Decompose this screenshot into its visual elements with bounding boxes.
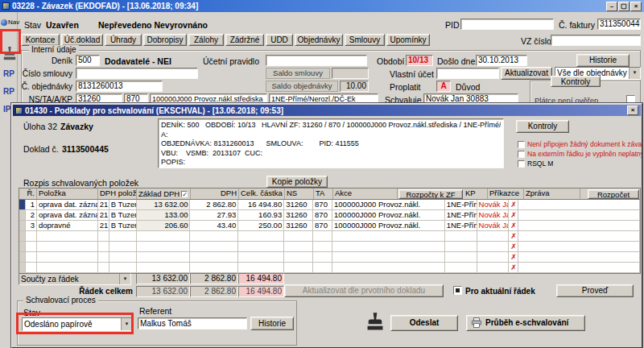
- cell-zaklad[interactable]: 133.00: [137, 210, 191, 221]
- cell-prikazce[interactable]: [477, 231, 510, 242]
- tab-zalohy[interactable]: Zálohy: [188, 34, 224, 46]
- col-header-dph[interactable]: DPH: [191, 188, 239, 199]
- cell-celk[interactable]: [238, 242, 284, 252]
- faktura-field[interactable]: 3113500445: [597, 19, 641, 30]
- row-marker[interactable]: [19, 210, 26, 221]
- table-row[interactable]: 1 oprava dat. záznam 21 B Tuzem 13 632.0…: [19, 200, 640, 210]
- cell-sazba[interactable]: [98, 231, 109, 242]
- cell-akce[interactable]: 100000J000 Provoz.nákl.: [332, 200, 445, 210]
- cell-polozka[interactable]: oprava dat. záznam: [37, 210, 98, 221]
- cell-zprava[interactable]: [518, 210, 640, 221]
- referent-field[interactable]: Malkus Tomáš: [138, 317, 247, 329]
- zaklad-checkbox[interactable]: ✓: [181, 191, 188, 197]
- cell-ns[interactable]: [284, 263, 313, 273]
- sidebar-item-nav[interactable]: Nav: [1, 19, 19, 26]
- cell-zaklad[interactable]: 206.60: [137, 221, 191, 231]
- cell-dph[interactable]: [190, 263, 238, 273]
- cell-akce[interactable]: 100000J000 Provoz.nákl.: [332, 221, 445, 231]
- cell-ta[interactable]: 870: [313, 221, 332, 231]
- cell-typ[interactable]: B Tuzem: [109, 200, 137, 210]
- cell-akce[interactable]: 100000J000 Provoz.nákl.: [332, 210, 445, 221]
- soucty-combo[interactable]: Součty za řádek ▼: [19, 273, 131, 285]
- tab-uc-doklad[interactable]: Úč.doklad: [61, 34, 103, 46]
- obdobi-field[interactable]: 10/13: [406, 55, 433, 66]
- cell-kp[interactable]: 1NE-Přín: [445, 221, 477, 231]
- col-header-prikazce[interactable]: Příkazce: [488, 188, 524, 199]
- tab-upominky[interactable]: Upomínky: [386, 34, 430, 46]
- cell-dph[interactable]: 27.93: [190, 210, 238, 221]
- rozpocty-k-zf-button[interactable]: Rozpočty k ZF: [398, 189, 463, 199]
- maximize-icon[interactable]: ▢: [618, 2, 630, 11]
- cell-celk[interactable]: 160.93: [238, 210, 284, 221]
- kontroly-button-back[interactable]: Kontroly: [551, 76, 601, 87]
- cell-ta[interactable]: [313, 231, 332, 242]
- cell-kp[interactable]: [445, 263, 477, 273]
- col-header-ta[interactable]: TA: [314, 188, 333, 199]
- cell-kp[interactable]: 1NE-Přín: [445, 200, 477, 210]
- row-marker[interactable]: [19, 263, 26, 273]
- cell-typ[interactable]: [109, 263, 137, 273]
- objednavka-field[interactable]: 8131260013: [76, 81, 163, 92]
- cell-zaklad[interactable]: [137, 252, 191, 263]
- prubeh-e-schvalovani-button[interactable]: Průběh e-schvalování: [466, 315, 585, 331]
- cell-sazba[interactable]: 21: [98, 200, 109, 210]
- cell-typ[interactable]: B Tuzem: [109, 210, 137, 221]
- saldo-objednavky-button[interactable]: Saldo objednávky: [266, 81, 338, 92]
- cell-dph[interactable]: 2 862.80: [190, 200, 238, 210]
- cell-zprava[interactable]: [518, 231, 640, 242]
- cell-polozka[interactable]: [37, 252, 98, 263]
- table-row-empty[interactable]: ✗: [19, 231, 640, 242]
- cell-sazba[interactable]: [98, 263, 109, 273]
- cell-sazba[interactable]: [98, 242, 109, 252]
- cell-r[interactable]: [26, 252, 37, 263]
- col-header-dph-polozky[interactable]: DPH položky: [98, 188, 137, 199]
- saldo-smlouvy-button[interactable]: Saldo smlouvy: [266, 68, 330, 79]
- cell-prikazce[interactable]: [477, 263, 510, 273]
- cell-celk[interactable]: [238, 252, 284, 263]
- warning-checkbox[interactable]: [518, 141, 525, 148]
- smlouva-field[interactable]: [76, 68, 198, 79]
- chevron-down-icon[interactable]: ▼: [629, 68, 640, 79]
- cell-prikazce[interactable]: Novák Jan: [477, 200, 510, 210]
- cell-sazba[interactable]: 21: [98, 210, 109, 221]
- col-header-r[interactable]: Ř.: [19, 188, 37, 199]
- tab-uhrady[interactable]: Úhrady: [105, 34, 142, 46]
- stav-combo[interactable]: Odesláno papírově ▼: [22, 317, 133, 331]
- cell-polozka[interactable]: dopravné: [37, 221, 98, 231]
- tab-smlouvy[interactable]: Smlouvy: [345, 34, 385, 46]
- cell-zaklad[interactable]: [137, 263, 191, 273]
- cell-ns[interactable]: 31260: [284, 221, 313, 231]
- cell-celk[interactable]: [238, 263, 284, 273]
- stamp-tool-icon[interactable]: [2, 46, 17, 62]
- cell-zprava[interactable]: [518, 200, 640, 210]
- odeslat-button[interactable]: Odeslat: [390, 315, 458, 331]
- cell-celk[interactable]: 250.00: [238, 221, 284, 231]
- row-marker[interactable]: [19, 242, 26, 252]
- cell-akce[interactable]: [332, 231, 445, 242]
- cell-typ[interactable]: B Tuzem: [109, 221, 137, 231]
- table-row[interactable]: 3 dopravné 21 B Tuzem 206.60 43.40 250.0…: [19, 221, 640, 231]
- vlastni-ucet-field[interactable]: [436, 68, 499, 79]
- kopie-polozky-button[interactable]: Kopie položky: [266, 176, 328, 188]
- proplatit-field[interactable]: A: [436, 81, 451, 92]
- denik-field[interactable]: 500: [76, 55, 100, 66]
- cell-typ[interactable]: [109, 242, 137, 252]
- tab-objednavky[interactable]: Objednávky: [295, 34, 343, 46]
- proved-button[interactable]: Proveď: [556, 284, 634, 297]
- historie-button-modal[interactable]: Historie: [250, 317, 294, 330]
- cell-r[interactable]: [26, 231, 37, 242]
- cell-ta[interactable]: [313, 242, 332, 252]
- tab-kontace[interactable]: Kontace: [21, 34, 60, 46]
- cell-kp[interactable]: [445, 231, 477, 242]
- kontroly-button-modal[interactable]: Kontroly: [516, 120, 569, 133]
- aktualizovat-dle-dokladu-button[interactable]: Aktualizovat dle prvotního dokladu: [284, 284, 444, 297]
- cell-kp[interactable]: [445, 242, 477, 252]
- table-row-empty[interactable]: ✗: [19, 242, 640, 252]
- row-marker[interactable]: [19, 221, 26, 231]
- cell-polozka[interactable]: oprava dat. záznam: [37, 200, 98, 210]
- cell-zaklad[interactable]: 13 632.00: [137, 200, 191, 210]
- tab-udd[interactable]: UDD: [266, 34, 293, 46]
- doklad-info-textarea[interactable]: DENÍK: 500 OBDOBÍ: 10/13 HLAVNÍ ZF: 3126…: [158, 118, 504, 168]
- warning-checkbox[interactable]: [518, 160, 525, 168]
- chevron-down-icon[interactable]: ▼: [119, 274, 130, 284]
